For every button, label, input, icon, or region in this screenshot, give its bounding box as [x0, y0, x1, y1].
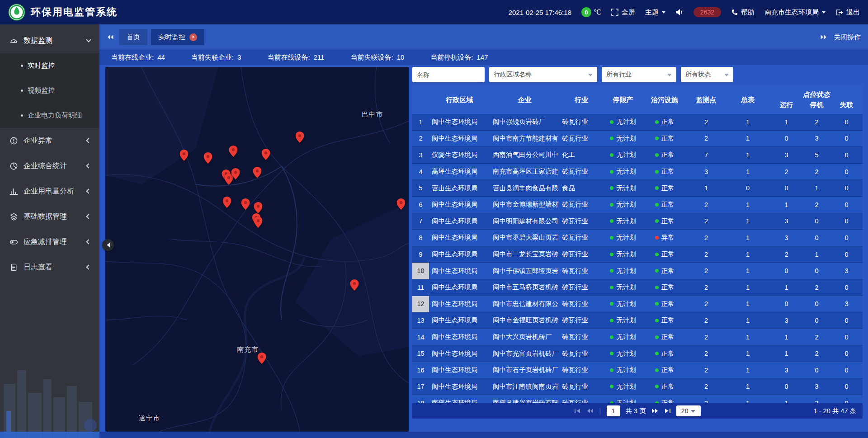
first-page-button[interactable]: [574, 408, 581, 414]
map-pins-layer: 巴中市南充市遂宁市: [105, 67, 409, 432]
table-row[interactable]: 6阆中生态环境局阆中市金博瑞新型墙材砖瓦行业无计划正常21120: [412, 197, 863, 213]
status-dot-icon: [610, 385, 613, 388]
filter-bar: 行政区域名称 所有行业 所有状态: [412, 67, 863, 82]
cell-facility: 正常: [642, 395, 687, 403]
cell-run: 0: [770, 131, 803, 147]
cell-points: 2: [687, 197, 726, 213]
page-size-select[interactable]: 20: [676, 405, 701, 416]
prev-page-button[interactable]: [586, 408, 594, 414]
map-pin-icon[interactable]: [241, 198, 250, 212]
cell-run: 1: [770, 329, 803, 346]
cell-company: 阆中市南方节能建材有: [490, 131, 559, 147]
cell-facility: 正常: [642, 296, 687, 313]
sidebar-item-power-analysis[interactable]: 企业用电量分析: [0, 179, 99, 204]
sidebar-item-data-monitor[interactable]: 数据监测: [0, 28, 99, 53]
company-table: 行政区域 企业 行业 停限产 治污设施 监测点 总表 点位状态 运行: [412, 86, 863, 403]
table-row[interactable]: 5营山生态环境局营山县润丰肉食品有限食品无计划正常10010: [412, 180, 863, 197]
sidebar-subitem-realtime-monitor[interactable]: 实时监控: [0, 53, 99, 78]
sidebar-item-enterprise-abnormal[interactable]: 企业异常: [0, 128, 99, 153]
collapse-sidebar-button[interactable]: [102, 239, 114, 251]
help-button[interactable]: 帮助: [731, 8, 755, 17]
table-row[interactable]: 13阆中生态环境局阆中市金福旺页岩机砖砖瓦行业无计划正常21300: [412, 312, 863, 329]
col-points: 监测点: [687, 86, 726, 114]
cell-company: 阆中明阳建材有限公司: [490, 213, 559, 230]
table-row[interactable]: 9阆中生态环境局阆中市二龙长宝页岩砖砖瓦行业无计划正常21210: [412, 246, 863, 263]
table-row[interactable]: 8阆中生态环境局阆中市枣碧大梁山页岩砖瓦行业无计划异常21300: [412, 230, 863, 246]
map-pin-icon[interactable]: [223, 197, 231, 210]
last-page-button[interactable]: [664, 408, 671, 414]
cell-industry: 砖瓦行业: [559, 296, 604, 313]
logout-button[interactable]: 退出: [835, 8, 860, 17]
status-dot-icon: [610, 352, 613, 355]
map-pin-icon[interactable]: [203, 152, 212, 165]
log-icon: [9, 263, 18, 272]
table-row[interactable]: 18南部生态环境局南部县建兴页岩砖有限砖瓦行业无计划正常21120: [412, 395, 863, 403]
theme-dropdown[interactable]: 主题: [645, 8, 665, 17]
map-pin-icon[interactable]: [231, 168, 240, 181]
map-panel[interactable]: 巴中市南充市遂宁市: [105, 67, 409, 432]
sidebar-menu: 数据监测实时监控视频监控企业电力负荷明细企业异常企业综合统计企业用电量分析基础数…: [0, 24, 99, 280]
cell-run: 3: [770, 312, 803, 329]
tabs-scroll-left-icon[interactable]: [107, 34, 114, 40]
cell-industry: 砖瓦行业: [559, 395, 604, 403]
cell-stop: 0: [803, 296, 830, 313]
table-row[interactable]: 11阆中生态环境局阆中市五马桥页岩机砖砖瓦行业无计划正常21120: [412, 279, 863, 296]
sidebar-item-enterprise-stats[interactable]: 企业综合统计: [0, 153, 99, 179]
close-operations-button[interactable]: 关闭操作: [834, 33, 861, 42]
status-filter-select[interactable]: 所有状态: [681, 67, 733, 82]
map-pin-icon[interactable]: [396, 198, 405, 212]
table-row[interactable]: 14阆中生态环境局阆中大兴页岩机砖厂砖瓦行业无计划正常21120: [412, 329, 863, 346]
industry-filter-select[interactable]: 所有行业: [602, 67, 676, 82]
row-index: 17: [412, 379, 429, 396]
table-row[interactable]: 17阆中生态环境局阆中市江南镇阆南页岩砖瓦行业无计划正常21030: [412, 379, 863, 396]
table-row[interactable]: 2阆中生态环境局阆中市南方节能建材有砖瓦行业无计划正常21030: [412, 131, 863, 147]
bullet-icon: [21, 89, 23, 92]
announcement-button[interactable]: [675, 9, 684, 16]
alert-count-badge[interactable]: 2632: [693, 7, 721, 17]
cell-company: 阆中市光富页岩机砖厂: [490, 345, 559, 362]
cell-lost: 0: [830, 164, 863, 180]
table-row[interactable]: 16阆中生态环境局阆中市石子页岩机砖厂砖瓦行业无计划正常21300: [412, 362, 863, 379]
row-index: 12: [412, 296, 429, 313]
table-row[interactable]: 15阆中生态环境局阆中市光富页岩机砖厂砖瓦行业无计划正常21120: [412, 345, 863, 362]
bullet-icon: [21, 114, 23, 117]
table-row[interactable]: 12阆中生态环境局阆中市忠信建材有限公砖瓦行业无计划正常21003: [412, 296, 863, 313]
org-dropdown[interactable]: 南充市生态环境局: [764, 8, 826, 17]
region-filter-select[interactable]: 行政区域名称: [489, 67, 597, 82]
sidebar-subitem-video-monitor[interactable]: 视频监控: [0, 78, 99, 103]
map-pin-icon[interactable]: [179, 150, 188, 163]
tabs-scroll-right-icon[interactable]: [820, 34, 827, 40]
cell-industry: 砖瓦行业: [559, 246, 604, 263]
map-pin-icon[interactable]: [296, 132, 304, 145]
table-row[interactable]: 7阆中生态环境局阆中明阳建材有限公司砖瓦行业无计划正常21300: [412, 213, 863, 230]
tab-home[interactable]: 首页: [119, 29, 147, 45]
status-dot-icon: [655, 170, 659, 174]
table-row[interactable]: 10阆中生态环境局阆中千佛镇五郎垭页岩砖瓦行业无计划正常21003: [412, 263, 863, 279]
sidebar-subitem-power-load-detail[interactable]: 企业电力负荷明细: [0, 103, 99, 128]
main-area: 首页实时监控× 关闭操作 当前在线企业:44当前失联企业:3当前在线设备:211…: [99, 24, 868, 438]
sidebar-item-basic-data[interactable]: 基础数据管理: [0, 204, 99, 229]
speaker-icon: [675, 9, 684, 16]
map-pin-icon[interactable]: [254, 217, 263, 230]
cell-stop: 1: [803, 180, 830, 197]
sidebar-item-log-view[interactable]: 日志查看: [0, 254, 99, 280]
map-pin-icon[interactable]: [258, 353, 266, 366]
sidebar-item-emergency-reduction[interactable]: 应急减排管理: [0, 229, 99, 254]
table-row[interactable]: 1阆中生态环境局阆中强锐页岩砖厂砖瓦行业无计划正常21120: [412, 114, 863, 131]
map-city-label: 南充市: [237, 345, 259, 353]
cell-points: 2: [687, 395, 726, 403]
next-page-button[interactable]: [651, 408, 659, 414]
current-page-input[interactable]: 1: [607, 405, 620, 416]
map-pin-icon[interactable]: [229, 146, 238, 159]
table-row[interactable]: 4高坪生态环境局南充市高坪区王家店建砖瓦行业无计划正常31220: [412, 164, 863, 180]
pagination-separator: |: [599, 407, 601, 415]
table-row[interactable]: 3仪陇生态环境局西南油气田分公司川中化工无计划正常71350: [412, 147, 863, 164]
tab-close-icon[interactable]: ×: [189, 33, 197, 41]
map-pin-icon[interactable]: [350, 279, 359, 292]
map-pin-icon[interactable]: [261, 149, 270, 162]
total-pages-label: 共 3 页: [626, 407, 646, 415]
name-filter-input[interactable]: [412, 67, 485, 82]
map-pin-icon[interactable]: [253, 167, 261, 180]
fullscreen-button[interactable]: 全屏: [611, 8, 635, 17]
tab-realtime-monitor[interactable]: 实时监控×: [151, 29, 204, 45]
